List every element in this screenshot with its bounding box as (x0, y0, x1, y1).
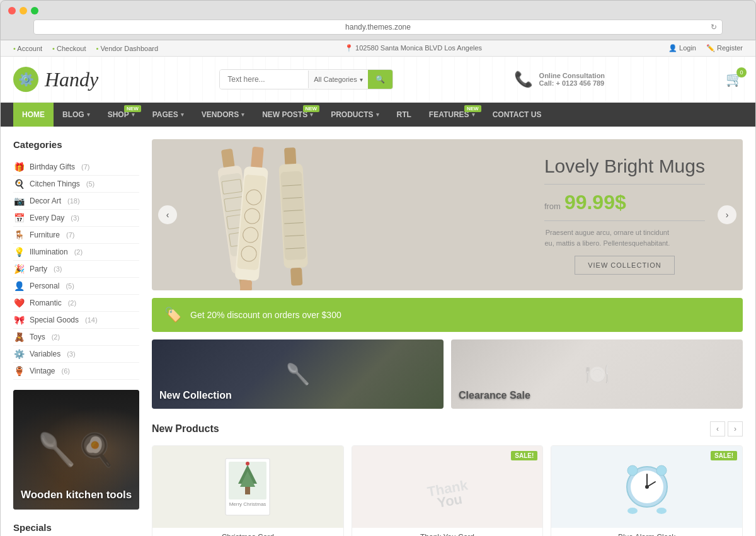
category-count: (3) (67, 350, 75, 358)
nav-pages[interactable]: PAGES ▾ (144, 103, 193, 127)
chevron-icon: ▾ (132, 111, 135, 118)
category-every-day[interactable]: 📅 Every Day (3) (13, 210, 139, 227)
categories-title: Categories (13, 139, 139, 150)
discount-banner: 🏷️ Get 20% discount on orders over $300 (152, 298, 743, 332)
nav-features[interactable]: NEW FEATURES ▾ (420, 103, 484, 127)
thankyou-card-svg: Thank You (419, 459, 476, 515)
slider-prev-button[interactable]: ‹ (158, 205, 177, 224)
checkout-link[interactable]: Checkout (52, 45, 86, 52)
products-row: Merry Christmas Christmas Card SALE! Tha (152, 445, 743, 536)
category-toys[interactable]: 🧸 Toys (2) (13, 329, 139, 346)
category-decor-art[interactable]: 📷 Decor Art (18) (13, 193, 139, 210)
category-special-goods[interactable]: 🎀 Special Goods (14) (13, 312, 139, 329)
category-icon: 🎀 (13, 315, 25, 325)
category-icon: 🎉 (13, 264, 25, 274)
top-bar-links: Account Checkout Vendor Dashboard (13, 45, 158, 52)
category-icon: 🧸 (13, 332, 25, 342)
sale-badge-2: SALE! (511, 451, 537, 460)
product-card-1[interactable]: Merry Christmas Christmas Card (152, 445, 344, 536)
browser-maximize[interactable] (31, 7, 38, 14)
navigation: HOME BLOG ▾ NEW SHOP ▾ PAGES ▾ VENDORS ▾… (1, 103, 755, 127)
product-info-1: Christmas Card (152, 528, 343, 536)
logo[interactable]: ⚙️ Handy (13, 67, 98, 92)
category-name: Personal (30, 282, 59, 290)
category-count: (7) (81, 163, 89, 171)
product-name-3: Blue Alarm Clock (556, 533, 737, 536)
vendor-dashboard-link[interactable]: Vendor Dashboard (96, 45, 158, 52)
category-name: Special Goods (30, 316, 79, 324)
category-name: Vintage (30, 367, 55, 375)
svg-rect-30 (245, 487, 250, 494)
category-personal[interactable]: 👤 Personal (5) (13, 278, 139, 295)
tag-icon: 🏷️ (164, 307, 181, 323)
category-vintage[interactable]: 🏺 Vintage (6) (13, 363, 139, 380)
nav-home[interactable]: HOME (13, 103, 54, 127)
slider-next-button[interactable]: › (718, 205, 736, 224)
category-count: (3) (71, 214, 79, 222)
hero-rollers (171, 139, 347, 290)
sidebar-promo-banner[interactable]: 🥄🍳 Wooden kitchen tools (13, 390, 139, 510)
svg-text:Merry Christmas: Merry Christmas (229, 501, 266, 507)
category-illumination[interactable]: 💡 Illumination (2) (13, 244, 139, 261)
clearance-label: Clearance Sale (459, 390, 530, 401)
nav-shop[interactable]: NEW SHOP ▾ (99, 103, 144, 127)
hero-divider (544, 184, 705, 185)
category-icon: ❤️ (13, 298, 25, 308)
chevron-icon: ▾ (181, 111, 184, 118)
category-party[interactable]: 🎉 Party (3) (13, 261, 139, 278)
login-link[interactable]: 👤 Login (668, 44, 696, 52)
logo-icon: ⚙️ (13, 67, 38, 92)
view-collection-button[interactable]: VIEW COLLECTION (575, 256, 674, 275)
nav-new-posts[interactable]: NEW NEW POSTS ▾ (253, 103, 322, 127)
category-furniture[interactable]: 🪑 Furniture (7) (13, 227, 139, 244)
url-text: handy.themes.zone (42, 23, 714, 31)
promo-grid: 🥄 New Collection 🍽️ Clearance Sale (152, 339, 743, 409)
new-products-title: New Products (152, 423, 219, 435)
new-collection-card[interactable]: 🥄 New Collection (152, 339, 444, 409)
refresh-icon[interactable]: ↻ (711, 23, 717, 31)
search-bar: All Categories 🔍 (219, 69, 392, 89)
rollers-svg (171, 139, 347, 290)
search-button[interactable]: 🔍 (368, 70, 392, 89)
browser-minimize[interactable] (20, 7, 27, 14)
register-link[interactable]: ✏️ Register (706, 44, 743, 52)
product-card-3[interactable]: SALE! (551, 445, 743, 536)
category-variables[interactable]: ⚙️ Variables (3) (13, 346, 139, 363)
category-icon: 🍳 (13, 179, 25, 189)
category-icon: 🎁 (13, 162, 25, 172)
product-image-3: SALE! (551, 446, 742, 528)
nav-rtl[interactable]: RTL (388, 103, 420, 127)
category-count: (5) (86, 180, 94, 188)
top-bar: Account Checkout Vendor Dashboard 102580… (1, 40, 755, 57)
product-card-2[interactable]: SALE! Thank You Thank You Card (352, 445, 544, 536)
sale-badge-3: SALE! (711, 451, 737, 460)
category-name: Citchen Things (30, 180, 80, 188)
cart[interactable]: 🛒 0 (726, 71, 743, 88)
sidebar: Categories 🎁 Birthday Gifts (7) 🍳 Citche… (13, 139, 139, 536)
products-prev-button[interactable]: ‹ (710, 421, 725, 436)
category-name: Birthday Gifts (30, 163, 75, 171)
clearance-sale-card[interactable]: 🍽️ Clearance Sale (451, 339, 743, 409)
category-name: Furniture (30, 231, 60, 239)
account-link[interactable]: Account (13, 45, 42, 52)
chevron-icon: ▾ (310, 111, 313, 118)
product-image-1: Merry Christmas (152, 446, 343, 528)
nav-vendors[interactable]: VENDORS ▾ (193, 103, 253, 127)
category-icon: ⚙️ (13, 349, 25, 359)
address-bar[interactable]: handy.themes.zone ↻ (33, 20, 723, 35)
products-next-button[interactable]: › (728, 421, 743, 436)
category-birthday-gifts[interactable]: 🎁 Birthday Gifts (7) (13, 159, 139, 176)
nav-products[interactable]: PRODUCTS ▾ (322, 103, 387, 127)
browser-close[interactable] (8, 7, 16, 14)
search-input[interactable] (220, 70, 308, 89)
nav-blog[interactable]: BLOG ▾ (54, 103, 99, 127)
category-count: (7) (66, 231, 74, 239)
category-citchen-things[interactable]: 🍳 Citchen Things (5) (13, 176, 139, 193)
category-romantic[interactable]: ❤️ Romantic (2) (13, 295, 139, 312)
category-name: Illumination (30, 248, 68, 256)
logo-text: Handy (45, 68, 98, 91)
chevron-icon: ▾ (87, 111, 90, 118)
search-category-dropdown[interactable]: All Categories (308, 71, 367, 88)
nav-contact[interactable]: CONTACT US (484, 103, 551, 127)
category-icon: 📷 (13, 196, 25, 206)
